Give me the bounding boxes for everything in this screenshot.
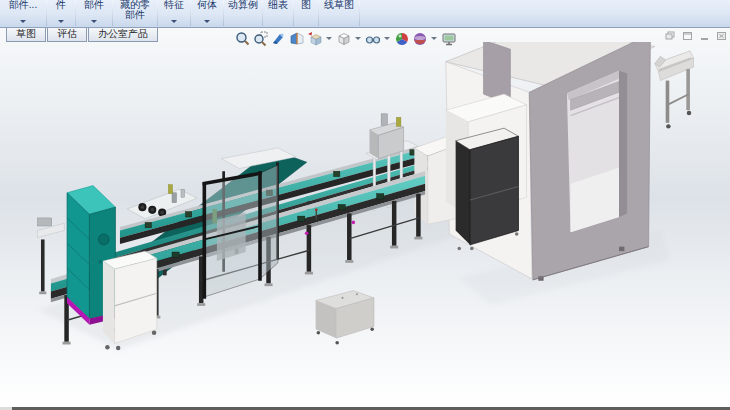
ribbon-separator — [359, 1, 360, 26]
tab-sketch[interactable]: 草图 — [6, 28, 46, 42]
command-manager-ribbon: 部件... 件 部件 藏的零 部件 特征 何体 动算例 细表 图 线草图 — [0, 0, 730, 28]
dropdown-caret-icon — [20, 20, 26, 23]
dropdown-caret-icon — [91, 20, 97, 23]
dropdown-caret-icon[interactable] — [431, 37, 437, 40]
dropdown-caret-icon — [171, 20, 177, 23]
ribbon-button-exploded-view[interactable]: 图 — [294, 0, 318, 27]
ribbon-button-bill-of-materials[interactable]: 细表 — [263, 0, 293, 27]
window-close-icon[interactable] — [716, 31, 727, 41]
ribbon-button-mate[interactable]: 件 — [47, 0, 75, 27]
edit-appearance-icon[interactable] — [393, 30, 410, 47]
document-window-controls — [665, 31, 727, 41]
zoom-to-area-icon[interactable] — [252, 30, 269, 47]
command-manager-tabs: 草图 评估 办公室产品 — [6, 28, 159, 42]
window-maximize-icon[interactable] — [682, 31, 693, 41]
previous-view-icon[interactable] — [270, 30, 287, 47]
dropdown-caret-icon[interactable] — [326, 37, 332, 40]
cad-model[interactable] — [0, 42, 730, 410]
window-minimize-icon[interactable] — [699, 31, 710, 41]
tab-evaluate[interactable]: 评估 — [47, 28, 87, 42]
tab-office-products[interactable]: 办公室产品 — [88, 28, 158, 42]
ribbon-button-reference-geometry[interactable]: 何体 — [191, 0, 223, 27]
ribbon-button-motion-study[interactable]: 动算例 — [224, 0, 262, 27]
heads-up-view-toolbar — [234, 30, 457, 47]
dropdown-caret-icon — [204, 20, 210, 23]
black-cabinet[interactable] — [456, 128, 519, 250]
dropdown-caret-icon — [58, 20, 64, 23]
graphics-viewport[interactable] — [0, 28, 730, 407]
view-settings-icon[interactable] — [440, 30, 457, 47]
ribbon-button-assembly-features[interactable]: 特征 — [158, 0, 190, 27]
gray-floor-box[interactable] — [316, 291, 374, 345]
ribbon-button-insert-components[interactable]: 部件... — [0, 0, 46, 27]
view-orientation-icon[interactable] — [306, 30, 323, 47]
ribbon-button-explode-line-sketch[interactable]: 线草图 — [319, 0, 359, 27]
ribbon-button-show-hidden-components[interactable]: 藏的零 部件 — [113, 0, 157, 27]
zoom-to-fit-icon[interactable] — [234, 30, 251, 47]
ribbon-button-move-component[interactable]: 部件 — [76, 0, 112, 27]
exit-conveyor[interactable] — [655, 51, 694, 129]
dropdown-caret-icon[interactable] — [384, 37, 390, 40]
display-style-icon[interactable] — [335, 30, 352, 47]
window-restore-icon[interactable] — [665, 31, 676, 41]
section-view-icon[interactable] — [288, 30, 305, 47]
apply-scene-icon[interactable] — [411, 30, 428, 47]
hide-show-items-icon[interactable] — [364, 30, 381, 47]
dropdown-caret-icon[interactable] — [355, 37, 361, 40]
